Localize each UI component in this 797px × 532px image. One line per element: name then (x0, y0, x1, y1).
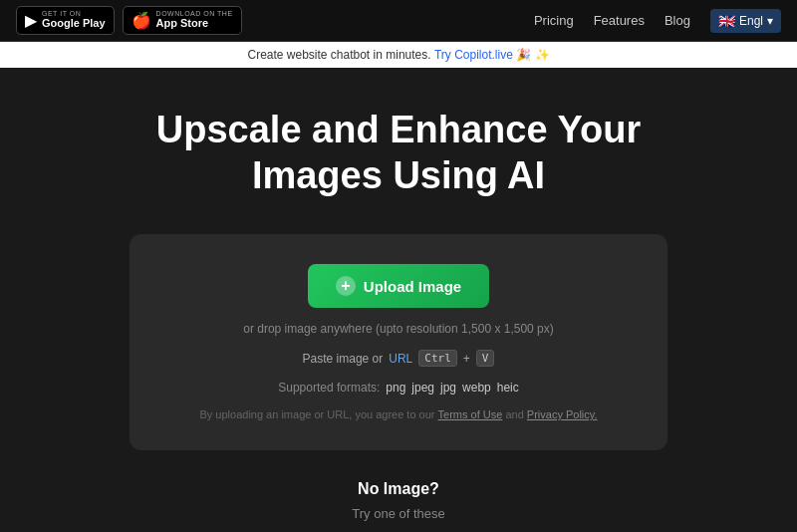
formats-label: Supported formats: (278, 381, 380, 395)
flag-icon: 🇬🇧 (718, 13, 735, 29)
legal-text: By uploading an image or URL, you agree … (199, 408, 597, 420)
v-key: V (476, 350, 495, 367)
no-image-section: No Image? Try one of these (295, 480, 502, 532)
url-link[interactable]: URL (389, 352, 412, 366)
navbar-right: Pricing Features Blog 🇬🇧 Engl ▾ (534, 9, 781, 33)
legal-and: and (505, 408, 523, 420)
chevron-down-icon: ▾ (767, 14, 773, 28)
google-play-name: Google Play (42, 17, 106, 30)
format-jpg: jpg (440, 381, 456, 395)
apple-icon: 🍎 (132, 11, 151, 30)
upload-image-button[interactable]: + Upload Image (308, 264, 489, 308)
drop-text: or drop image anywhere (upto resolution … (243, 322, 554, 336)
upload-card: + Upload Image or drop image anywhere (u… (130, 234, 667, 450)
no-image-title: No Image? (358, 480, 439, 498)
google-play-get-it: GET IT ON (42, 10, 106, 17)
upload-button-label: Upload Image (364, 278, 461, 295)
announcement-bar: Create website chatbot in minutes. Try C… (0, 42, 797, 68)
ctrl-key: Ctrl (418, 350, 457, 367)
paste-label: Paste image or (303, 352, 384, 366)
format-png: png (386, 381, 405, 395)
format-webp: webp (462, 381, 491, 395)
pricing-link[interactable]: Pricing (534, 13, 574, 28)
no-image-subtitle: Try one of these (352, 506, 444, 521)
language-selector[interactable]: 🇬🇧 Engl ▾ (710, 9, 781, 33)
plus-icon: + (336, 276, 356, 296)
main-content: Upscale and Enhance Your Images Using AI… (0, 68, 797, 532)
language-label: Engl (739, 14, 763, 28)
shortcut-sep: + (463, 352, 470, 366)
navbar: ▶ GET IT ON Google Play 🍎 Download on th… (0, 0, 797, 42)
features-link[interactable]: Features (594, 13, 645, 28)
legal-prefix: By uploading an image or URL, you agree … (199, 408, 434, 420)
app-store-name: App Store (156, 17, 233, 30)
google-play-button[interactable]: ▶ GET IT ON Google Play (16, 6, 115, 34)
app-store-download: Download on the (156, 10, 233, 17)
app-store-button[interactable]: 🍎 Download on the App Store (123, 6, 242, 34)
hero-title: Upscale and Enhance Your Images Using AI (100, 108, 697, 198)
navbar-left: ▶ GET IT ON Google Play 🍎 Download on th… (16, 6, 242, 34)
format-jpeg: jpeg (411, 381, 434, 395)
announcement-link[interactable]: Try Copilot.live (434, 48, 513, 62)
paste-row: Paste image or URL Ctrl + V (303, 350, 495, 367)
google-play-icon: ▶ (25, 11, 37, 30)
announcement-text: Create website chatbot in minutes. (247, 48, 430, 62)
announcement-emoji: 🎉 ✨ (516, 48, 549, 62)
format-heic: heic (497, 381, 519, 395)
formats-row: Supported formats: png jpeg jpg webp hei… (278, 381, 519, 395)
blog-link[interactable]: Blog (664, 13, 690, 28)
privacy-link[interactable]: Privacy Policy. (527, 408, 598, 420)
terms-link[interactable]: Terms of Use (438, 408, 503, 420)
